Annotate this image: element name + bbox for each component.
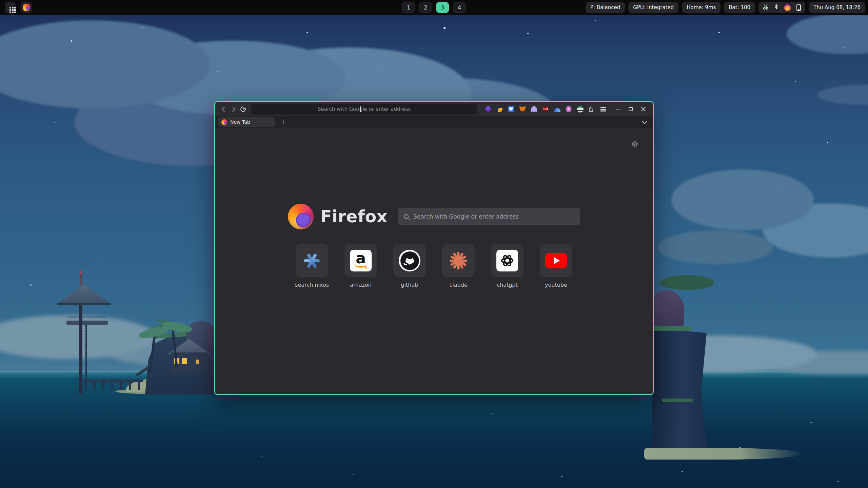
red-shield-icon: UD bbox=[542, 106, 549, 113]
gear-icon[interactable]: ⚙ bbox=[631, 139, 638, 149]
ghost-extension-icon[interactable] bbox=[531, 106, 537, 113]
amazon-letter: a bbox=[356, 252, 366, 264]
tile[interactable] bbox=[491, 244, 524, 277]
power-profile-status[interactable]: P: Balanced bbox=[586, 2, 625, 13]
tile[interactable] bbox=[296, 244, 328, 277]
window-controls bbox=[616, 107, 646, 112]
new-tab-button[interactable] bbox=[278, 117, 288, 127]
url-bar[interactable]: Search with Google or enter address bbox=[251, 104, 477, 115]
ping-status[interactable]: Home: 9ms bbox=[682, 2, 721, 13]
app-grid-icon bbox=[9, 7, 11, 8]
diamond-icon bbox=[484, 105, 491, 113]
spy-extension-icon[interactable] bbox=[577, 106, 584, 113]
browser-toolbar: Search with Google or enter address UD * bbox=[215, 102, 653, 116]
hexagon-extension-icon[interactable]: * bbox=[565, 106, 572, 113]
app-launcher-button[interactable] bbox=[5, 2, 16, 13]
claude-starburst-icon bbox=[449, 251, 468, 270]
amazon-smile-icon bbox=[354, 263, 368, 268]
close-icon bbox=[641, 107, 646, 112]
vpn-extension-icon[interactable] bbox=[554, 106, 560, 113]
workspace-2[interactable]: 2 bbox=[419, 2, 432, 13]
workspace-switcher: 1 2 3 4 bbox=[402, 2, 466, 13]
nixos-snowflake-icon bbox=[302, 251, 321, 270]
extensions-button[interactable] bbox=[588, 106, 595, 113]
content-blocker-extension-icon[interactable]: UD bbox=[542, 106, 549, 113]
clock[interactable]: Thu Aug 08, 18:26 bbox=[809, 2, 865, 13]
firefox-favicon bbox=[221, 119, 227, 125]
active-tab[interactable]: New Tab bbox=[218, 117, 275, 127]
hamburger-icon bbox=[600, 107, 606, 111]
shortcut-youtube[interactable]: youtube bbox=[540, 244, 572, 288]
shortcut-chatgpt[interactable]: chatgpt bbox=[491, 244, 524, 288]
right-cliff bbox=[652, 328, 707, 451]
workspace-1[interactable]: 1 bbox=[402, 2, 415, 13]
shortcut-github[interactable]: github bbox=[393, 244, 426, 288]
reload-button[interactable] bbox=[239, 104, 246, 114]
workspace-4[interactable]: 4 bbox=[453, 2, 466, 13]
close-button[interactable] bbox=[641, 107, 646, 112]
forward-button[interactable] bbox=[230, 104, 237, 114]
gpu-status[interactable]: GPU: Integrated bbox=[628, 2, 678, 13]
watchtower-roof-edge bbox=[57, 303, 111, 305]
tile[interactable]: a bbox=[344, 244, 377, 277]
minimize-button[interactable] bbox=[616, 109, 620, 109]
url-placeholder: Search with Google or enter address bbox=[318, 106, 411, 112]
puzzle-icon bbox=[588, 106, 595, 113]
phone-icon[interactable] bbox=[796, 4, 801, 11]
dark-crescent-extension-icon[interactable] bbox=[496, 106, 503, 113]
desktop: 1 2 3 4 P: Balanced GPU: Integrated Home… bbox=[0, 0, 868, 488]
tile[interactable] bbox=[442, 244, 475, 277]
back-button[interactable] bbox=[220, 104, 227, 114]
shield-icon bbox=[508, 106, 514, 112]
tab-bar: New Tab bbox=[215, 116, 653, 128]
purple-diamond-extension-icon[interactable] bbox=[485, 106, 491, 113]
right-cliff-tree bbox=[660, 275, 714, 290]
tab-list-chevron-icon[interactable] bbox=[642, 119, 647, 124]
pier-posts bbox=[85, 382, 142, 390]
shortcut-label: github bbox=[401, 282, 418, 288]
watchtower-ladder bbox=[85, 325, 87, 387]
right-cliff-moss bbox=[648, 326, 692, 331]
crescent-icon bbox=[496, 106, 502, 112]
newtab-search-placeholder: Search with Google or enter address bbox=[413, 213, 519, 220]
watchtower-rail bbox=[68, 317, 106, 318]
forward-icon bbox=[230, 106, 235, 112]
extension-toolbar: UD * bbox=[485, 106, 607, 113]
youtube-play-icon bbox=[545, 253, 567, 268]
github-octocat-icon bbox=[399, 250, 420, 271]
fox-wallet-extension-icon[interactable] bbox=[519, 106, 526, 113]
firefox-window: Search with Google or enter address UD * bbox=[214, 101, 654, 395]
firefox-launcher-button[interactable] bbox=[21, 2, 32, 13]
newtab-hero: Firefox Search with Google or enter addr… bbox=[215, 204, 653, 229]
firefox-icon bbox=[23, 4, 30, 11]
shortcut-amazon[interactable]: a amazon bbox=[344, 244, 377, 288]
shortcut-tiles: search.nixos a amazon bbox=[215, 244, 653, 288]
new-tab-page: ⚙ Firefox Search with Google or enter ad… bbox=[215, 128, 653, 394]
tile[interactable] bbox=[540, 244, 572, 277]
shortcut-label: search.nixos bbox=[295, 282, 329, 288]
watchtower-spire bbox=[80, 273, 82, 285]
shortcut-label: amazon bbox=[350, 282, 372, 288]
maximize-button[interactable] bbox=[629, 107, 633, 111]
flame-icon[interactable] bbox=[784, 4, 791, 11]
search-icon bbox=[404, 214, 409, 219]
right-cliff-moss bbox=[662, 399, 693, 402]
battery-status[interactable]: Bat: 100 bbox=[724, 2, 755, 13]
scissors-icon[interactable] bbox=[763, 4, 769, 11]
spy-icon bbox=[577, 106, 584, 113]
firefox-wordmark: Firefox bbox=[320, 207, 388, 226]
text-caret bbox=[360, 106, 361, 112]
shortcut-label: youtube bbox=[545, 282, 567, 288]
fox-icon bbox=[519, 106, 526, 112]
password-manager-extension-icon[interactable] bbox=[508, 106, 514, 113]
amazon-icon: a bbox=[350, 250, 372, 271]
workspace-3-active[interactable]: 3 bbox=[436, 2, 449, 13]
hexagon-icon: * bbox=[566, 106, 572, 113]
system-tray bbox=[758, 2, 805, 13]
bluetooth-icon[interactable] bbox=[774, 4, 778, 11]
tile[interactable] bbox=[393, 244, 426, 277]
shortcut-claude[interactable]: claude bbox=[442, 244, 475, 288]
newtab-search-bar[interactable]: Search with Google or enter address bbox=[398, 208, 580, 225]
menu-button[interactable] bbox=[600, 106, 607, 113]
shortcut-search-nixos[interactable]: search.nixos bbox=[296, 244, 328, 288]
